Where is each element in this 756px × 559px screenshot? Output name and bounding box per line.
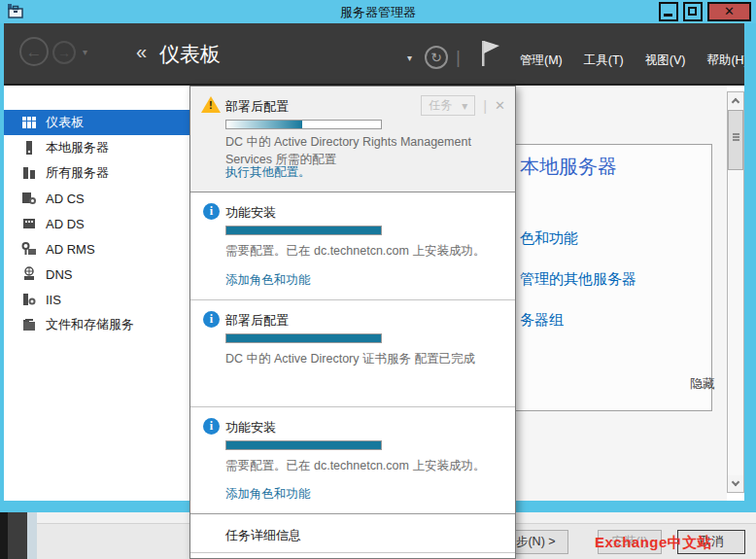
notification-post-deploy-rms: 部署后配置 任务 ▾ | ✕ DC 中的 Active Directory Ri… xyxy=(190,87,515,192)
refresh-button[interactable]: ↻ xyxy=(425,46,448,69)
menu-view[interactable]: 视图(V) xyxy=(645,52,686,69)
navigation-bar: ← → ▾ « 仪表板 ▾ ↻ | 管理(M) 工具(T) 视图(V) 帮助(H… xyxy=(0,23,756,86)
minimize-button[interactable] xyxy=(659,2,678,21)
notifications-flag-button[interactable] xyxy=(478,39,513,80)
sidebar-item-label: AD DS xyxy=(46,217,85,231)
all-servers-icon xyxy=(21,165,37,181)
maximize-icon xyxy=(688,7,697,16)
ad-cs-icon xyxy=(21,191,37,206)
dismiss-notification-icon[interactable]: ✕ xyxy=(495,98,505,113)
thumb-grip-icon xyxy=(733,136,739,138)
progress-bar xyxy=(225,333,382,343)
hide-welcome-link[interactable]: 隐藏 xyxy=(690,375,715,393)
menu-help[interactable]: 帮助(H) xyxy=(706,52,747,69)
ad-ds-icon xyxy=(21,216,37,231)
quickstart-link-server-group[interactable]: 务器组 xyxy=(520,311,564,330)
window-title: 服务器管理器 xyxy=(0,4,756,21)
info-icon xyxy=(203,203,220,220)
notification-feature-install-2: 功能安装 需要配置。已在 dc.technetcn.com 上安装成功。 添加角… xyxy=(190,407,515,514)
progress-bar xyxy=(225,440,382,450)
chevron-up-icon xyxy=(732,98,739,106)
info-icon xyxy=(203,418,220,435)
sidebar-item-ad-cs[interactable]: AD CS xyxy=(4,186,189,211)
minimize-icon xyxy=(664,14,672,17)
sidebar-item-label: 仪表板 xyxy=(46,114,84,131)
maximize-button[interactable] xyxy=(683,2,703,21)
close-button[interactable]: ✕ xyxy=(707,2,751,21)
progress-bar xyxy=(225,120,382,129)
background-window-edge xyxy=(8,512,27,559)
ad-rms-icon xyxy=(21,241,37,257)
progress-fill xyxy=(226,334,381,342)
sidebar-item-label: AD CS xyxy=(46,192,85,206)
notification-message: 需要配置。已在 dc.technetcn.com 上安装成功。 xyxy=(225,457,505,474)
notification-title: 功能安装 xyxy=(225,204,276,222)
collapse-chevrons-icon[interactable]: « xyxy=(136,41,147,63)
sidebar-item-ad-ds[interactable]: AD DS xyxy=(4,211,189,236)
sidebar-item-label: DNS xyxy=(46,267,72,282)
tasks-caret-icon: ▾ xyxy=(462,99,467,113)
breadcrumb: 仪表板 xyxy=(159,41,221,68)
progress-fill xyxy=(226,227,381,234)
quickstart-link-roles[interactable]: 色和功能 xyxy=(520,229,578,248)
sidebar-item-dns[interactable]: DNS xyxy=(4,262,189,287)
desktop-edge xyxy=(0,512,8,559)
toolbar-separator: | xyxy=(456,47,461,68)
controls-separator: | xyxy=(483,97,487,114)
sidebar-item-label: 本地服务器 xyxy=(46,139,109,157)
notifications-flyout: 部署后配置 任务 ▾ | ✕ DC 中的 Active Directory Ri… xyxy=(189,86,516,559)
scroll-up-button[interactable] xyxy=(728,92,743,109)
watermark: Exchange中文站 xyxy=(595,534,712,552)
sidebar: 仪表板 本地服务器 所有服务器 AD CS xyxy=(4,86,189,501)
local-server-icon xyxy=(21,140,37,156)
warning-icon xyxy=(201,96,221,113)
notification-post-deploy-cs: 部署后配置 DC 中的 Active Directory 证书服务 配置已完成 xyxy=(190,300,515,407)
notification-message: 需要配置。已在 dc.technetcn.com 上安装成功。 xyxy=(225,242,505,260)
sidebar-item-label: 所有服务器 xyxy=(46,164,109,182)
screen: 一步(N) > 安装(I) 取消 Exchange中文站 服务器管理器 ✕ ← … xyxy=(0,0,756,559)
info-icon xyxy=(203,311,220,328)
window-border-right xyxy=(744,23,756,512)
progress-fill xyxy=(226,441,381,449)
progress-bar xyxy=(225,226,382,235)
quickstart-link-other-servers[interactable]: 管理的其他服务器 xyxy=(520,270,636,289)
add-roles-features-link[interactable]: 添加角色和功能 xyxy=(225,272,311,289)
sidebar-item-label: IIS xyxy=(46,293,61,307)
sidebar-item-iis[interactable]: IIS xyxy=(4,287,189,312)
sidebar-item-label: 文件和存储服务 xyxy=(46,316,134,333)
menu-manage[interactable]: 管理(M) xyxy=(520,52,563,69)
dashboard-icon xyxy=(21,115,37,130)
perform-additional-config-link[interactable]: 执行其他配置。 xyxy=(225,164,311,181)
task-controls: 任务 ▾ | ✕ xyxy=(421,95,505,116)
sidebar-item-label: AD RMS xyxy=(46,242,95,257)
iis-icon xyxy=(21,292,37,307)
notification-message: DC 中的 Active Directory 证书服务 配置已完成 xyxy=(225,350,505,367)
forward-button[interactable]: → xyxy=(52,41,76,64)
sidebar-item-ad-rms[interactable]: AD RMS xyxy=(4,236,189,262)
notification-title: 部署后配置 xyxy=(225,98,289,116)
flag-icon xyxy=(478,39,503,68)
chevron-down-icon xyxy=(732,478,739,486)
history-dropdown-icon[interactable]: ▾ xyxy=(83,47,87,57)
notification-title: 功能安装 xyxy=(225,419,276,437)
titlebar[interactable]: 服务器管理器 ✕ xyxy=(0,0,756,23)
progress-fill xyxy=(226,121,302,128)
sidebar-item-dashboard[interactable]: 仪表板 xyxy=(4,110,189,135)
welcome-heading: 本地服务器 xyxy=(520,154,617,180)
scroll-down-button[interactable] xyxy=(728,475,743,492)
menu-tools[interactable]: 工具(T) xyxy=(584,52,624,69)
sidebar-item-file-storage[interactable]: 文件和存储服务 xyxy=(4,312,189,337)
task-details-row[interactable]: 任务详细信息 xyxy=(190,514,515,553)
task-details-link[interactable]: 任务详细信息 xyxy=(225,527,301,544)
sidebar-item-local-server[interactable]: 本地服务器 xyxy=(4,135,189,160)
breadcrumb-caret-icon[interactable]: ▾ xyxy=(407,52,412,63)
tasks-dropdown-button[interactable]: 任务 ▾ xyxy=(421,95,475,116)
tasks-label: 任务 xyxy=(429,97,452,114)
file-storage-icon xyxy=(21,317,37,332)
scrollbar-thumb[interactable] xyxy=(728,110,743,170)
sidebar-item-all-servers[interactable]: 所有服务器 xyxy=(4,160,189,186)
vertical-scrollbar[interactable] xyxy=(727,91,744,493)
add-roles-features-link[interactable]: 添加角色和功能 xyxy=(225,486,311,503)
background-window-border xyxy=(27,512,37,559)
back-button[interactable]: ← xyxy=(19,37,49,66)
